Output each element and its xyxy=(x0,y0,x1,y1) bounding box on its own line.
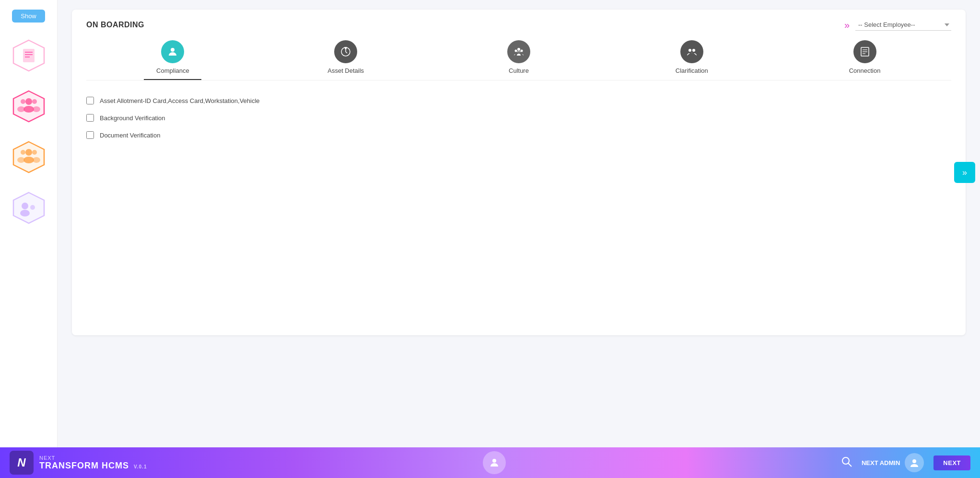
tab-asset-details[interactable]: Asset Details xyxy=(317,40,374,80)
document-verification-label: Document Verification xyxy=(100,132,160,139)
svg-point-28 xyxy=(514,50,517,52)
svg-point-37 xyxy=(492,459,496,463)
svg-rect-2 xyxy=(25,52,33,53)
brand-version: V.0.1 xyxy=(134,464,147,469)
svg-point-13 xyxy=(25,149,32,156)
main-content: ON BOARDING » -- Select Employee-- xyxy=(58,0,980,478)
sidebar-item-users[interactable] xyxy=(7,186,50,229)
svg-point-32 xyxy=(692,49,695,52)
bottom-bar: N NEXT TRANSFORM HCMS V.0.1 NEXT ADMIN xyxy=(0,447,980,478)
svg-point-15 xyxy=(32,150,37,155)
svg-point-20 xyxy=(22,203,28,209)
tab-clarification-label: Clarification xyxy=(676,67,708,74)
sidebar: Show xyxy=(0,0,58,478)
tab-culture-label: Culture xyxy=(509,67,529,74)
document-verification-checkbox[interactable] xyxy=(86,131,94,139)
svg-point-6 xyxy=(25,98,32,105)
svg-point-27 xyxy=(517,48,520,51)
next-admin-button[interactable]: NEXT xyxy=(933,455,970,470)
svg-marker-19 xyxy=(13,193,44,223)
svg-rect-3 xyxy=(25,54,33,55)
sidebar-item-team[interactable] xyxy=(7,136,50,179)
svg-point-21 xyxy=(20,210,30,216)
employee-select[interactable]: -- Select Employee-- xyxy=(855,19,951,31)
svg-point-18 xyxy=(33,157,40,163)
brand-logo: N xyxy=(10,451,34,475)
sidebar-item-people[interactable] xyxy=(7,85,50,128)
show-button[interactable]: Show xyxy=(12,10,45,23)
svg-rect-1 xyxy=(23,49,35,62)
card-header: ON BOARDING » -- Select Employee-- xyxy=(86,19,951,31)
svg-point-29 xyxy=(520,50,523,52)
svg-point-31 xyxy=(688,49,691,52)
nav-arrow-icon: » xyxy=(844,20,850,31)
checklist-item-document: Document Verification xyxy=(86,131,951,139)
background-verification-label: Background Verification xyxy=(100,114,165,122)
admin-avatar xyxy=(905,453,924,472)
tab-compliance[interactable]: Compliance xyxy=(144,40,201,80)
clarification-icon xyxy=(680,40,703,63)
center-avatar-icon[interactable] xyxy=(483,451,506,474)
background-verification-checkbox[interactable] xyxy=(86,114,94,122)
svg-point-7 xyxy=(21,99,25,104)
tab-clarification[interactable]: Clarification xyxy=(663,40,721,80)
svg-point-10 xyxy=(17,106,25,112)
tab-asset-label: Asset Details xyxy=(327,67,364,74)
svg-point-8 xyxy=(32,99,37,104)
svg-point-17 xyxy=(17,157,25,163)
brand-top: NEXT xyxy=(39,455,147,461)
page-title: ON BOARDING xyxy=(86,21,144,29)
asset-allotment-checkbox[interactable] xyxy=(86,97,94,104)
svg-point-38 xyxy=(842,457,849,464)
tab-compliance-label: Compliance xyxy=(156,67,189,74)
svg-point-14 xyxy=(21,150,25,155)
svg-point-40 xyxy=(912,459,916,463)
svg-point-16 xyxy=(23,157,34,163)
asset-allotment-label: Asset Allotment-ID Card,Access Card,Work… xyxy=(100,97,260,104)
bottom-center xyxy=(483,451,506,474)
svg-line-39 xyxy=(848,463,852,467)
connection-icon xyxy=(853,40,876,63)
checklist-item-background: Background Verification xyxy=(86,114,951,122)
next-float-button[interactable]: » xyxy=(954,162,975,183)
brand-text: NEXT TRANSFORM HCMS V.0.1 xyxy=(39,455,147,471)
svg-point-23 xyxy=(171,48,175,52)
bottom-brand-section: N NEXT TRANSFORM HCMS V.0.1 xyxy=(10,451,147,475)
svg-point-11 xyxy=(33,106,40,112)
svg-point-22 xyxy=(30,205,35,210)
svg-point-9 xyxy=(23,106,34,113)
sidebar-item-document[interactable] xyxy=(7,34,50,77)
tab-culture[interactable]: Culture xyxy=(490,40,548,80)
brand-main: TRANSFORM HCMS V.0.1 xyxy=(39,461,147,471)
compliance-icon xyxy=(161,40,184,63)
asset-details-icon xyxy=(334,40,357,63)
admin-section: NEXT ADMIN xyxy=(862,453,924,472)
tab-connection-label: Connection xyxy=(849,67,881,74)
bottom-right: NEXT ADMIN NEXT xyxy=(841,453,970,472)
tab-connection[interactable]: Connection xyxy=(836,40,894,80)
search-button[interactable] xyxy=(841,456,852,469)
tabs-row: Compliance Asset Details xyxy=(86,40,951,80)
onboarding-card: ON BOARDING » -- Select Employee-- xyxy=(72,10,966,335)
checklist-item-asset: Asset Allotment-ID Card,Access Card,Work… xyxy=(86,97,951,104)
header-right: » -- Select Employee-- xyxy=(844,19,951,31)
culture-icon xyxy=(507,40,530,63)
svg-rect-4 xyxy=(25,57,30,57)
checklist: Asset Allotment-ID Card,Access Card,Work… xyxy=(86,92,951,153)
admin-label: NEXT ADMIN xyxy=(862,459,900,467)
